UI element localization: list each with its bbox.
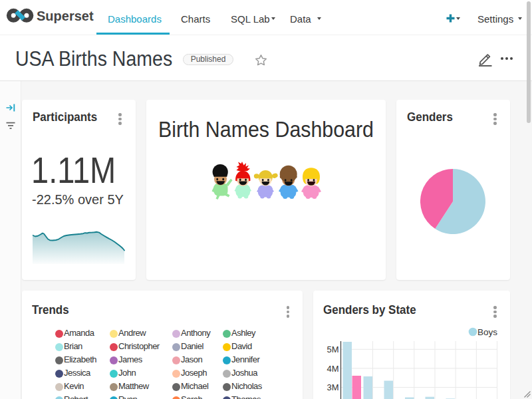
svg-text:3M: 3M (327, 382, 338, 392)
svg-text:4M: 4M (327, 364, 338, 374)
svg-text:5M: 5M (327, 344, 338, 354)
svg-text:Boys: Boys (477, 327, 497, 337)
